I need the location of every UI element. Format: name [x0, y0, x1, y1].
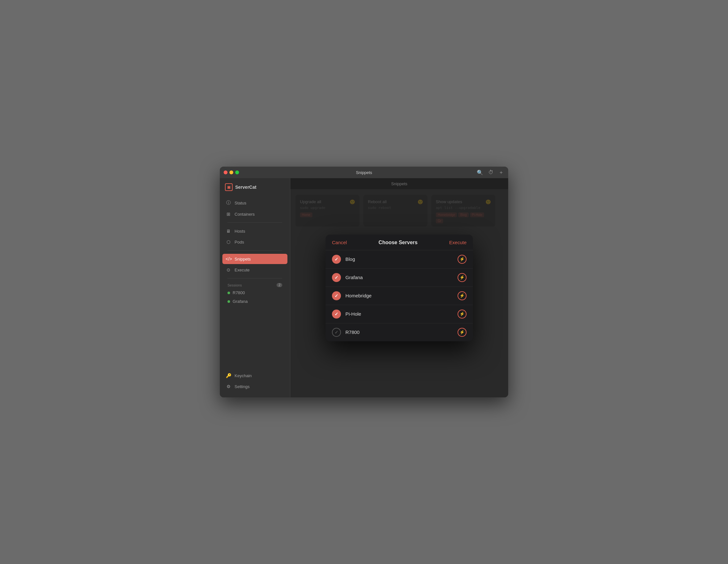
server-name-grafana: Grafana: [345, 275, 363, 280]
server-run-blog[interactable]: ⚡: [458, 255, 467, 264]
server-item-r7800[interactable]: ✓ R7800 ⚡: [326, 323, 473, 341]
check-icon-grafana: ✓: [335, 275, 338, 280]
server-run-homebridge[interactable]: ⚡: [458, 291, 467, 300]
sidebar-item-execute[interactable]: ⊙ Execute: [222, 265, 287, 275]
cancel-button[interactable]: Cancel: [332, 240, 347, 245]
pods-icon: ⬡: [226, 239, 231, 245]
server-item-homebridge[interactable]: ✓ Homebridge ⚡: [326, 287, 473, 305]
titlebar-actions: 🔍 ⏱ ＋: [477, 169, 504, 176]
server-name-blog: Blog: [345, 256, 355, 262]
server-item-blog[interactable]: ✓ Blog ⚡: [326, 250, 473, 269]
check-icon-pihole: ✓: [335, 311, 338, 317]
lightning-icon-grafana: ⚡: [459, 275, 465, 280]
sidebar-label-pods: Pods: [235, 240, 244, 245]
server-checkbox-grafana[interactable]: ✓: [332, 273, 341, 282]
execute-button[interactable]: Execute: [449, 240, 467, 245]
session-name-grafana: Grafana: [233, 299, 248, 304]
sidebar-item-keychain[interactable]: 🔑 Keychain: [222, 370, 287, 381]
sidebar-item-containers[interactable]: ⊞ Containers: [222, 209, 287, 219]
sidebar-label-snippets: Snippets: [235, 257, 251, 261]
sidebar-item-status[interactable]: ⓘ Status: [222, 197, 287, 208]
sidebar-divider-2: [227, 250, 282, 251]
server-item-pihole[interactable]: ✓ Pi-Hole ⚡: [326, 305, 473, 323]
sidebar-label-settings: Settings: [235, 384, 250, 389]
server-left-homebridge: ✓ Homebridge: [332, 291, 372, 300]
sidebar-nav: ⓘ Status ⊞ Containers 🖥 Hosts ⬡ Pods: [220, 197, 290, 370]
sidebar-label-status: Status: [235, 201, 246, 205]
hosts-icon: 🖥: [226, 228, 231, 234]
app-name: ServerCat: [235, 185, 256, 190]
sessions-label: Sessions: [227, 283, 242, 287]
minimize-button[interactable]: [229, 170, 233, 174]
sessions-section: Sessions 2: [222, 282, 287, 288]
status-icon: ⓘ: [226, 200, 231, 206]
logo-icon-symbol: ▣: [227, 185, 230, 189]
sidebar-divider-3: [227, 278, 282, 278]
session-r7800[interactable]: R7800: [222, 288, 287, 297]
sidebar-divider-1: [227, 222, 282, 223]
sidebar-label-keychain: Keychain: [235, 373, 252, 378]
content-area: Snippets Upgrade all 🙂 sudo upgrade Home: [290, 178, 508, 397]
check-icon-homebridge: ✓: [335, 293, 338, 298]
sidebar-bottom: 🔑 Keychain ⚙ Settings: [220, 370, 290, 392]
server-name-pihole: Pi-Hole: [345, 311, 361, 317]
server-left-grafana: ✓ Grafana: [332, 273, 363, 282]
session-dot-grafana: [227, 300, 230, 303]
app-window: Snippets 🔍 ⏱ ＋ ▣ ServerCat ⓘ Status: [220, 167, 508, 397]
choose-servers-modal: Cancel Choose Servers Execute ✓ Blog: [326, 235, 473, 341]
keychain-icon: 🔑: [226, 373, 231, 378]
server-run-grafana[interactable]: ⚡: [458, 273, 467, 282]
modal-header: Cancel Choose Servers Execute: [326, 235, 473, 250]
server-name-r7800: R7800: [345, 329, 360, 335]
modal-overlay[interactable]: Cancel Choose Servers Execute ✓ Blog: [290, 178, 508, 397]
add-icon[interactable]: ＋: [499, 169, 504, 176]
server-checkbox-pihole[interactable]: ✓: [332, 310, 341, 319]
server-run-pihole[interactable]: ⚡: [458, 310, 467, 319]
lightning-icon-homebridge: ⚡: [459, 293, 465, 298]
lightning-icon-blog: ⚡: [459, 257, 465, 261]
server-list: ✓ Blog ⚡ ✓: [326, 250, 473, 341]
session-dot-r7800: [227, 292, 230, 294]
search-icon[interactable]: 🔍: [477, 170, 483, 176]
logo-area: ▣ ServerCat: [220, 183, 290, 197]
window-title: Snippets: [356, 170, 372, 175]
sidebar-item-snippets[interactable]: </> Snippets: [222, 254, 287, 264]
sidebar-item-hosts[interactable]: 🖥 Hosts: [222, 226, 287, 236]
snippets-icon: </>: [226, 256, 231, 261]
main-layout: ▣ ServerCat ⓘ Status ⊞ Containers 🖥 Host…: [220, 178, 508, 397]
lightning-icon-r7800: ⚡: [459, 330, 465, 335]
server-item-grafana[interactable]: ✓ Grafana ⚡: [326, 269, 473, 287]
traffic-lights: [224, 170, 239, 174]
server-left-r7800: ✓ R7800: [332, 328, 360, 337]
titlebar: Snippets 🔍 ⏱ ＋: [220, 167, 508, 178]
sidebar-label-containers: Containers: [235, 212, 255, 217]
server-left-blog: ✓ Blog: [332, 255, 355, 264]
server-checkbox-blog[interactable]: ✓: [332, 255, 341, 264]
server-left-pihole: ✓ Pi-Hole: [332, 310, 361, 319]
sidebar-item-settings[interactable]: ⚙ Settings: [222, 381, 287, 392]
sidebar-label-execute: Execute: [235, 268, 250, 272]
server-run-r7800[interactable]: ⚡: [458, 328, 467, 337]
lightning-icon-pihole: ⚡: [459, 311, 465, 316]
check-icon-r7800: ✓: [335, 330, 338, 335]
containers-icon: ⊞: [226, 211, 231, 217]
sessions-badge: 2: [277, 283, 282, 287]
server-name-homebridge: Homebridge: [345, 293, 372, 298]
sidebar-item-pods[interactable]: ⬡ Pods: [222, 237, 287, 247]
close-button[interactable]: [224, 170, 227, 174]
server-checkbox-r7800[interactable]: ✓: [332, 328, 341, 337]
settings-icon: ⚙: [226, 384, 231, 389]
maximize-button[interactable]: [235, 170, 239, 174]
sidebar: ▣ ServerCat ⓘ Status ⊞ Containers 🖥 Host…: [220, 178, 290, 397]
server-checkbox-homebridge[interactable]: ✓: [332, 291, 341, 300]
session-grafana[interactable]: Grafana: [222, 297, 287, 306]
check-icon-blog: ✓: [335, 257, 338, 262]
modal-title: Choose Servers: [378, 240, 418, 245]
session-name-r7800: R7800: [233, 290, 245, 295]
execute-icon: ⊙: [226, 267, 231, 272]
app-logo: ▣: [225, 183, 233, 191]
history-icon[interactable]: ⏱: [488, 170, 493, 175]
sidebar-label-hosts: Hosts: [235, 229, 245, 234]
